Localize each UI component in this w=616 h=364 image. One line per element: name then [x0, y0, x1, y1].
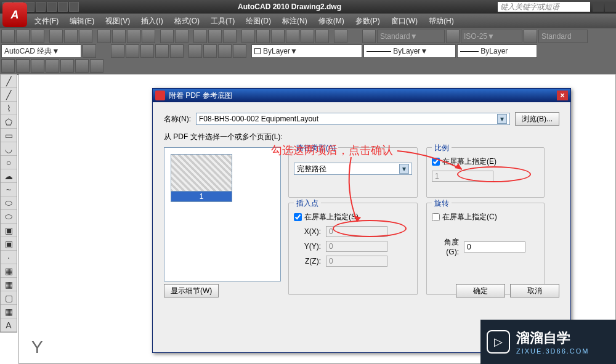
browse-button[interactable]: 浏览(B)... [515, 112, 559, 126]
table-icon[interactable]: ▦ [1, 305, 17, 318]
dimstyle-combo[interactable]: ISO-25▼ [461, 30, 522, 43]
tb-open-icon[interactable] [16, 30, 30, 43]
ok-button[interactable]: 确定 [456, 284, 505, 297]
pline-icon[interactable]: ⌇ [1, 102, 17, 115]
hatch-icon[interactable]: ▦ [1, 264, 17, 278]
tb-cut-icon[interactable] [97, 30, 111, 43]
rot-onscreen-checkbox[interactable]: 在屏幕上指定(C) [432, 212, 539, 222]
spline-icon[interactable]: ~ [1, 183, 17, 196]
tb-dd2-icon[interactable] [16, 59, 30, 73]
rot-onscreen-input[interactable] [432, 213, 440, 221]
xline-icon[interactable]: ╱ [1, 88, 17, 102]
chevron-down-icon[interactable]: ▾ [399, 164, 409, 174]
tb-save-icon[interactable] [31, 30, 44, 43]
circle-icon[interactable]: ○ [1, 156, 17, 169]
tb-undo-icon[interactable] [160, 30, 174, 43]
mtext-icon[interactable]: A [1, 318, 17, 332]
tb-block1-icon[interactable] [188, 44, 202, 58]
minimize-button[interactable] [593, 2, 604, 12]
cancel-button[interactable]: 取消 [510, 284, 559, 297]
tb-ws-icon[interactable] [83, 44, 96, 58]
help-search-input[interactable]: 键入关键字或短语 [498, 2, 590, 12]
tb-zoomprev-icon[interactable] [223, 30, 237, 43]
makeblock-icon[interactable]: ▣ [1, 237, 17, 251]
ellipsearc-icon[interactable]: ⬭ [1, 210, 17, 224]
menu-window[interactable]: 窗口(W) [387, 15, 421, 28]
tb-dd4-icon[interactable] [46, 59, 59, 73]
tb-print-icon[interactable] [49, 30, 63, 43]
menu-format[interactable]: 格式(O) [171, 15, 203, 28]
linetype-combo[interactable]: ByLayer▼ [363, 44, 456, 58]
tb-dd1-icon[interactable] [1, 59, 15, 73]
dialog-titlebar[interactable]: 附着 PDF 参考底图 × [153, 89, 570, 102]
tb-help-icon[interactable] [334, 30, 347, 43]
tb-paste-icon[interactable] [127, 30, 140, 43]
qat-more-icon[interactable] [69, 2, 79, 12]
insert-onscreen-input[interactable] [294, 213, 302, 221]
tb-layer1-icon[interactable] [111, 44, 124, 58]
tb-layer5-icon[interactable] [170, 44, 184, 58]
menu-insert[interactable]: 插入(I) [137, 15, 166, 28]
tb-markup-icon[interactable] [301, 30, 314, 43]
tb-layer2-icon[interactable] [126, 44, 139, 58]
arc-icon[interactable]: ◡ [1, 142, 17, 156]
tb-block2-icon[interactable] [203, 44, 217, 58]
menu-draw[interactable]: 绘图(D) [242, 15, 275, 28]
menu-param[interactable]: 参数(P) [352, 15, 384, 28]
tb-zoom-icon[interactable] [208, 30, 222, 43]
menu-dim[interactable]: 标注(N) [278, 15, 311, 28]
qat-print-icon[interactable] [58, 2, 68, 12]
name-select[interactable]: F08-BHS-000-002 EquipmentLayout ▾ [196, 113, 510, 125]
tb-new-icon[interactable] [1, 30, 15, 43]
tb-dd3-icon[interactable] [31, 59, 44, 73]
tb-layer4-icon[interactable] [155, 44, 169, 58]
tb-dimstyle-icon[interactable] [446, 30, 460, 43]
tb-dd5-icon[interactable] [60, 59, 74, 73]
workspace-combo[interactable]: AutoCAD 经典▼ [1, 44, 81, 58]
menu-modify[interactable]: 修改(M) [315, 15, 348, 28]
menu-tools[interactable]: 工具(T) [207, 15, 238, 28]
polygon-icon[interactable]: ⬠ [1, 115, 17, 129]
tb-redo-icon[interactable] [175, 30, 188, 43]
tb-tp-icon[interactable] [271, 30, 285, 43]
scale-onscreen-checkbox[interactable]: 在屏幕上指定(E) [432, 156, 539, 167]
revcloud-icon[interactable]: ☁ [1, 169, 17, 183]
qat-undo-icon[interactable] [36, 2, 46, 12]
path-type-select[interactable]: 完整路径 ▾ [294, 163, 412, 175]
show-details-button[interactable]: 显示细节(W) [164, 284, 219, 297]
tb-copy-icon[interactable] [112, 30, 126, 43]
tb-dd6-icon[interactable] [75, 59, 89, 73]
tb-pan-icon[interactable] [193, 30, 207, 43]
insert-onscreen-checkbox[interactable]: 在屏幕上指定(S) [294, 212, 412, 222]
menu-view[interactable]: 视图(V) [102, 15, 134, 28]
tb-block4-icon[interactable] [233, 44, 246, 58]
scale-onscreen-input[interactable] [432, 158, 440, 166]
tb-tablestyle-icon[interactable] [524, 30, 537, 43]
tablestyle-combo[interactable]: Standard [538, 30, 588, 43]
tb-dd7-icon[interactable] [90, 59, 103, 73]
point-icon[interactable]: · [1, 251, 17, 264]
menu-edit[interactable]: 编辑(E) [66, 15, 98, 28]
tb-props-icon[interactable] [241, 30, 255, 43]
chevron-down-icon[interactable]: ▾ [497, 114, 507, 124]
page-preview-list[interactable]: 1 [164, 147, 281, 281]
tb-layer3-icon[interactable] [140, 44, 154, 58]
line-icon[interactable]: ╱ [1, 75, 17, 88]
qat-redo-icon[interactable] [47, 2, 57, 12]
lineweight-combo[interactable]: ByLayer [457, 44, 537, 58]
tb-publish-icon[interactable] [79, 30, 92, 43]
page-thumbnail[interactable]: 1 [171, 154, 232, 202]
close-button[interactable]: × [557, 91, 568, 100]
tb-match-icon[interactable] [142, 30, 155, 43]
app-button[interactable]: A [2, 2, 27, 27]
block-icon[interactable]: ▣ [1, 224, 17, 237]
gradient-icon[interactable]: ▦ [1, 278, 17, 291]
textstyle-combo[interactable]: Standard▼ [377, 30, 445, 43]
tb-calc-icon[interactable] [315, 30, 329, 43]
ellipse-icon[interactable]: ⬭ [1, 196, 17, 210]
tb-textstyle-icon[interactable] [362, 30, 376, 43]
maximize-button[interactable] [605, 2, 616, 12]
rect-icon[interactable]: ▭ [1, 129, 17, 142]
menu-help[interactable]: 帮助(H) [425, 15, 458, 28]
angle-input[interactable] [464, 241, 525, 253]
